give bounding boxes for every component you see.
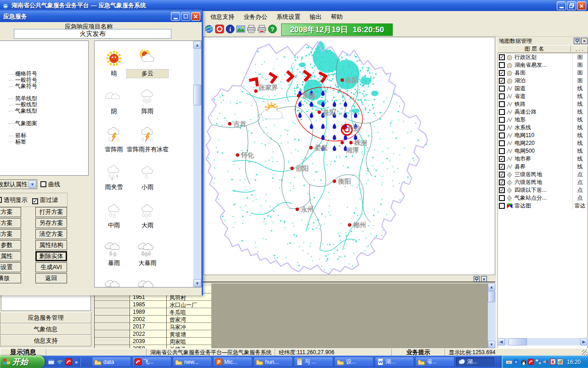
dialog-button-改属性[interactable]: 改属性 — [0, 251, 21, 261]
layer-row-行政区划[interactable]: ✓行政区划面 — [498, 53, 587, 61]
symbol-list-scrollbar[interactable]: ▲ ▼ — [193, 41, 201, 287]
hscroll-thumb[interactable] — [509, 338, 527, 345]
sidebar-button-应急服务管理[interactable]: 应急服务管理 — [0, 312, 91, 323]
scroll-up-icon[interactable]: ▲ — [193, 41, 201, 49]
layer-row-电网500[interactable]: 电网500线 — [498, 147, 587, 155]
layer-checkbox[interactable]: ✓ — [499, 78, 505, 84]
quicklaunch-window-icon[interactable] — [48, 359, 55, 365]
weather-symbol-label[interactable]: 雷阵雨并有冰雹 — [127, 145, 168, 154]
symbol-tree[interactable]: 符号栅格符号一般符号气象符号线型简单线型一般线型气象线型图案气象图案其他箭标标签 — [0, 40, 89, 176]
layer-checkbox[interactable]: ✓ — [499, 54, 505, 60]
tray-network-icon[interactable] — [535, 358, 542, 365]
scroll-down-icon[interactable]: ▼ — [193, 279, 201, 287]
layer-row-湖泊[interactable]: ✓湖泊面 — [498, 77, 587, 85]
dialog-button-存方案[interactable]: 存方案 — [0, 218, 21, 228]
weather-symbol-storm-2-icon[interactable] — [103, 277, 124, 287]
layer-row-六级居民地[interactable]: ✓六级居民地点 — [498, 178, 587, 186]
info-icon[interactable]: i — [226, 24, 235, 34]
weather-symbol-大雨-icon[interactable] — [137, 202, 158, 219]
taskbar-task-hun...[interactable]: hun... — [254, 357, 293, 367]
quicklaunch-ie-icon[interactable]: e — [57, 358, 63, 365]
weather-symbol-label[interactable]: 大暴雨 — [127, 259, 168, 267]
table-row[interactable]: 2017马家冲 — [95, 323, 211, 330]
tray-qq-icon[interactable] — [520, 358, 527, 365]
dialog-button-删除实体[interactable]: 删除实体 — [35, 251, 67, 261]
menu-item-业务办公[interactable]: 业务办公 — [239, 12, 272, 23]
weather-symbol-大暴雨-icon[interactable] — [137, 240, 158, 257]
weather-symbol-晴-icon[interactable] — [103, 50, 124, 68]
sidebar-button-气象信息[interactable]: 气象信息 — [0, 323, 91, 335]
tray-fetion-icon[interactable] — [527, 358, 534, 365]
menu-item-帮助[interactable]: 帮助 — [326, 12, 347, 23]
sidebar-button-信息支持[interactable]: 信息支持 — [0, 335, 91, 346]
layer-checkbox[interactable]: ✓ — [499, 70, 505, 76]
layer-row-湖南省易发...[interactable]: 湖南省易发...面 — [498, 61, 587, 69]
close-panel-icon[interactable]: × — [581, 38, 588, 44]
chevron-down-icon[interactable]: ▼ — [28, 180, 36, 188]
scroll-down-icon[interactable]: ▼ — [488, 341, 495, 348]
tray-keyboard-icon[interactable] — [505, 358, 512, 365]
scroll-right-icon[interactable]: ▶ — [580, 338, 588, 345]
taskbar-task-new...[interactable]: new... — [173, 357, 212, 367]
dialog-maximize-button[interactable] — [181, 12, 190, 21]
default-attribute-dropdown[interactable]: 改默认属性▼ — [0, 179, 37, 189]
layer-checkbox[interactable] — [499, 101, 505, 107]
table-row[interactable]: 1989冬瓜咀 — [95, 308, 211, 316]
curve-checkbox[interactable]: 曲线 — [40, 180, 60, 189]
layer-row-国道[interactable]: 国道线 — [498, 85, 587, 92]
layer-checkbox[interactable] — [499, 132, 505, 138]
close-panel-icon[interactable]: × — [481, 276, 487, 282]
table-row[interactable]: 2002曾家湾 — [95, 316, 211, 323]
weather-symbol-阵雨-icon[interactable] — [137, 88, 158, 105]
weather-symbol-阴-icon[interactable] — [103, 88, 124, 105]
taskbar-task-湖...[interactable]: W湖... — [375, 357, 414, 367]
menu-item-信息支持[interactable]: 信息支持 — [206, 12, 239, 23]
scroll-left-icon[interactable]: ◀ — [498, 338, 505, 345]
layer-checkbox[interactable] — [499, 125, 505, 131]
project-name-input[interactable] — [14, 29, 171, 39]
table-row[interactable]: 2039周家咀 — [95, 338, 211, 345]
dialog-button-画设置[interactable]: 画设置 — [0, 262, 21, 272]
layer-row-四级以下居...[interactable]: ✓四级以下居...点 — [498, 186, 587, 194]
transparent-checkbox[interactable]: 透明显示 — [0, 196, 28, 204]
dialog-button-播放[interactable]: 播放 — [0, 273, 21, 283]
dialog-button-改参数[interactable]: 改参数 — [0, 240, 21, 250]
globe-icon[interactable] — [204, 24, 214, 34]
layer-checkbox[interactable]: ✓ — [499, 187, 505, 193]
weather-symbol-label[interactable]: 大雨 — [127, 221, 168, 230]
dialog-button-属性结构[interactable]: 属性结构 — [35, 240, 67, 250]
layer-checkbox[interactable] — [499, 86, 505, 92]
layer-checkbox[interactable] — [499, 117, 505, 123]
table-row[interactable]: 1985水口山一厂 — [95, 301, 211, 308]
menu-item-输出[interactable]: 输出 — [305, 12, 326, 23]
layer-row-高速公路[interactable]: 高速公路线 — [498, 108, 587, 116]
tray-chart-icon[interactable] — [557, 358, 564, 365]
stop-icon[interactable] — [215, 24, 224, 34]
restore-button[interactable] — [567, 1, 576, 10]
vscroll-thumb[interactable] — [488, 291, 495, 302]
weather-symbol-storm-3-icon[interactable] — [137, 277, 158, 287]
dialog-close-button[interactable]: × — [191, 12, 200, 21]
dialog-button-建方案[interactable]: 建方案 — [0, 207, 21, 217]
layer-checkbox[interactable] — [499, 148, 505, 154]
print-icon[interactable] — [247, 24, 256, 34]
layer-checkbox[interactable] — [499, 203, 505, 209]
layer-row-电网220[interactable]: 电网220线 — [498, 139, 587, 147]
quicklaunch-fetion-icon[interactable] — [65, 358, 72, 365]
scroll-up-icon[interactable]: ▲ — [488, 283, 495, 291]
pin-icon[interactable] — [574, 38, 580, 44]
layer-panel-hscrollbar[interactable]: ◀ ▶ — [498, 338, 588, 345]
help-icon[interactable]: ? — [268, 24, 277, 34]
image-icon[interactable] — [236, 24, 245, 34]
dialog-button-另存方案[interactable]: 另存方案 — [35, 218, 67, 228]
layer-checkbox[interactable]: ✓ — [499, 156, 505, 162]
weather-symbol-label[interactable]: 阵雨 — [127, 107, 168, 115]
weather-symbol-暴雨-icon[interactable] — [103, 240, 124, 257]
layer-row-水系线[interactable]: 水系线线 — [498, 124, 587, 132]
layer-row-县面[interactable]: ✓县面面 — [498, 69, 587, 77]
weather-symbol-雷阵雨-icon[interactable] — [103, 126, 124, 144]
layer-row-地市界[interactable]: ✓地市界线 — [498, 155, 587, 163]
tray-kaspersky-icon[interactable]: K — [549, 358, 556, 365]
layer-checkbox[interactable] — [499, 109, 505, 115]
print-preview-icon[interactable] — [257, 24, 266, 34]
